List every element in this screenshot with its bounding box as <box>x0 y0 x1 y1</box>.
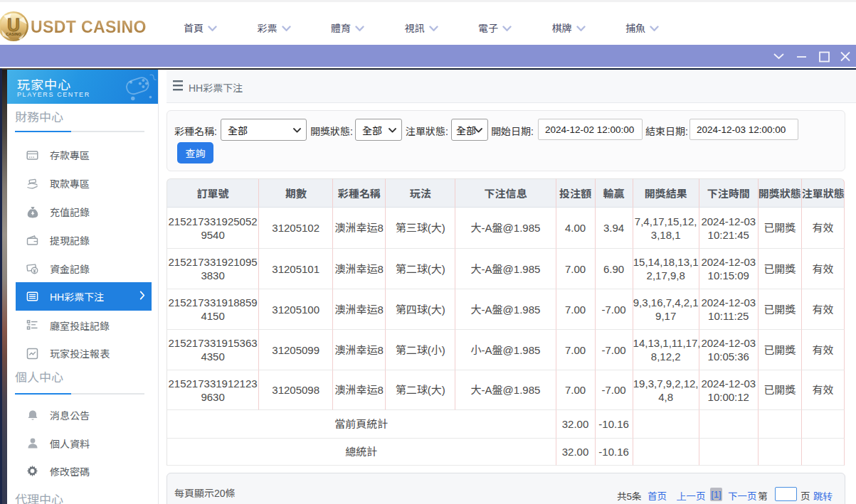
svg-text:CASINO: CASINO <box>6 32 21 36</box>
